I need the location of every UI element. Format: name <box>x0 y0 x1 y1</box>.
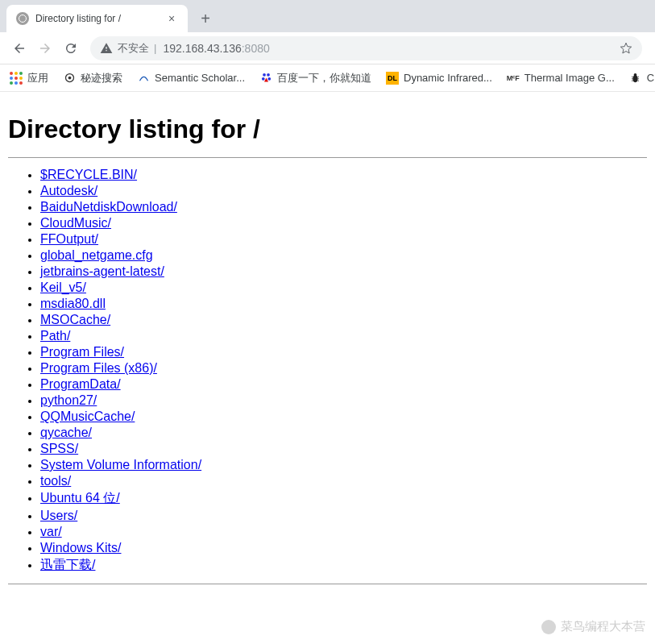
list-item: CloudMusic/ <box>40 216 647 231</box>
directory-link[interactable]: System Volume Information/ <box>40 458 201 472</box>
directory-link[interactable]: CloudMusic/ <box>40 216 111 230</box>
directory-link[interactable]: QQMusicCache/ <box>40 409 135 423</box>
directory-link[interactable]: Path/ <box>40 329 70 343</box>
directory-link[interactable]: Windows Kits/ <box>40 541 121 555</box>
security-label: 不安全 <box>118 41 149 56</box>
directory-list: $RECYCLE.BIN/Autodesk/BaiduNetdiskDownlo… <box>8 168 647 574</box>
reload-button[interactable] <box>60 37 82 60</box>
list-item: var/ <box>40 525 647 539</box>
page-title: Directory listing for / <box>8 114 647 144</box>
list-item: jetbrains-agent-latest/ <box>40 264 647 279</box>
svg-point-2 <box>263 73 266 77</box>
star-icon <box>620 42 632 55</box>
list-item: ProgramData/ <box>40 377 647 392</box>
apps-icon <box>10 72 23 85</box>
back-button[interactable] <box>8 37 31 60</box>
ss-icon <box>137 72 150 85</box>
list-item: FFOutput/ <box>40 232 647 247</box>
bookmark-miji[interactable]: 秘迹搜索 <box>63 71 122 85</box>
close-icon[interactable]: × <box>165 12 178 25</box>
toolbar: 不安全 | 192.168.43.136:8080 <box>0 32 655 64</box>
directory-link[interactable]: qycache/ <box>40 426 92 439</box>
arrow-left-icon <box>12 41 27 56</box>
mcf-icon: MᶜF <box>507 72 520 85</box>
bookmarks-bar: 应用 秘迹搜索 Semantic Scholar... 百度一下，你就知道 DL… <box>0 64 655 92</box>
directory-link[interactable]: global_netgame.cfg <box>40 248 153 262</box>
directory-link[interactable]: Keil_v5/ <box>40 280 86 294</box>
directory-link[interactable]: $RECYCLE.BIN/ <box>40 168 137 181</box>
list-item: Program Files (x86)/ <box>40 361 647 376</box>
forward-button[interactable] <box>34 37 56 60</box>
directory-link[interactable]: BaiduNetdiskDownload/ <box>40 200 177 214</box>
window-chrome: Directory listing for / × + 不安全 | 192.16… <box>0 0 655 92</box>
list-item: tools/ <box>40 474 647 488</box>
list-item: Users/ <box>40 509 647 523</box>
directory-link[interactable]: MSOCache/ <box>40 313 110 326</box>
warning-icon <box>100 42 113 55</box>
page-content: Directory listing for / $RECYCLE.BIN/Aut… <box>0 92 655 612</box>
svg-point-4 <box>261 77 264 81</box>
directory-link[interactable]: Program Files (x86)/ <box>40 361 157 375</box>
directory-link[interactable]: SPSS/ <box>40 442 78 455</box>
directory-link[interactable]: jetbrains-agent-latest/ <box>40 264 164 278</box>
svg-point-5 <box>267 77 271 81</box>
list-item: Windows Kits/ <box>40 541 647 555</box>
tab-title: Directory listing for / <box>35 13 159 24</box>
baidu-icon <box>259 72 272 85</box>
tab-strip: Directory listing for / × + <box>0 0 655 32</box>
list-item: SPSS/ <box>40 442 647 456</box>
list-item: MSOCache/ <box>40 313 647 327</box>
bookmark-dynamic-infrared[interactable]: DL Dynamic Infrared... <box>386 72 492 85</box>
security-indicator: 不安全 | <box>100 41 156 56</box>
list-item: Keil_v5/ <box>40 280 647 295</box>
list-item: Ubuntu 64 位/ <box>40 490 647 507</box>
list-item: msdia80.dll <box>40 297 647 311</box>
list-item: BaiduNetdiskDownload/ <box>40 200 647 214</box>
directory-link[interactable]: Ubuntu 64 位/ <box>40 491 120 505</box>
bookmark-star-button[interactable] <box>620 42 632 55</box>
bookmark-cn[interactable]: CN <box>629 72 655 85</box>
dl-icon: DL <box>386 72 399 85</box>
list-item: Autodesk/ <box>40 184 647 198</box>
directory-link[interactable]: FFOutput/ <box>40 232 98 246</box>
directory-link[interactable]: python27/ <box>40 393 97 407</box>
browser-tab[interactable]: Directory listing for / × <box>6 5 188 32</box>
reload-icon <box>64 41 78 56</box>
list-item: Program Files/ <box>40 345 647 359</box>
directory-link[interactable]: tools/ <box>40 474 71 488</box>
list-item: Path/ <box>40 329 647 343</box>
bug-icon <box>629 72 642 85</box>
svg-point-6 <box>633 75 638 82</box>
directory-link[interactable]: ProgramData/ <box>40 377 121 391</box>
bookmark-thermal-image[interactable]: MᶜF Thermal Image G... <box>507 72 615 85</box>
svg-point-3 <box>267 73 270 77</box>
directory-link[interactable]: Users/ <box>40 509 77 522</box>
arrow-right-icon <box>38 41 52 56</box>
directory-link[interactable]: var/ <box>40 525 62 538</box>
svg-point-1 <box>68 77 71 80</box>
svg-point-7 <box>634 73 637 77</box>
new-tab-button[interactable]: + <box>194 7 217 30</box>
globe-icon <box>16 12 29 25</box>
directory-link[interactable]: Program Files/ <box>40 345 124 359</box>
list-item: python27/ <box>40 393 647 408</box>
directory-link[interactable]: msdia80.dll <box>40 297 106 310</box>
list-item: $RECYCLE.BIN/ <box>40 168 647 182</box>
divider <box>8 584 647 584</box>
bookmark-semantic-scholar[interactable]: Semantic Scholar... <box>137 72 245 85</box>
bookmark-baidu[interactable]: 百度一下，你就知道 <box>259 71 371 85</box>
divider <box>8 157 647 158</box>
url-text: 192.168.43.136:8080 <box>163 42 269 55</box>
list-item: global_netgame.cfg <box>40 248 647 263</box>
address-bar[interactable]: 不安全 | 192.168.43.136:8080 <box>90 36 642 60</box>
list-item: System Volume Information/ <box>40 458 647 472</box>
directory-link[interactable]: Autodesk/ <box>40 184 97 197</box>
circle-icon <box>63 72 76 85</box>
directory-link[interactable]: 迅雷下载/ <box>40 558 95 571</box>
apps-button[interactable]: 应用 <box>10 71 48 85</box>
list-item: QQMusicCache/ <box>40 409 647 424</box>
list-item: qycache/ <box>40 426 647 440</box>
list-item: 迅雷下载/ <box>40 557 647 574</box>
